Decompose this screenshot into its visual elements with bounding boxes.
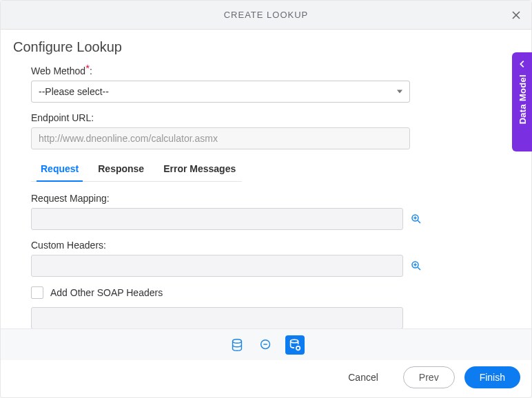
svg-point-10 xyxy=(233,339,242,343)
custom-headers-label: Custom Headers: xyxy=(31,240,501,251)
zoom-icon[interactable] xyxy=(410,260,422,272)
request-panel: Request Mapping: Custom Headers: xyxy=(31,193,501,328)
tabs: Request Response Error Messages xyxy=(31,159,242,182)
svg-point-13 xyxy=(291,339,298,343)
dialog-body: Configure Lookup Web Method*: --Please s… xyxy=(1,30,531,328)
section-title: Configure Lookup xyxy=(13,39,519,55)
web-method-colon: : xyxy=(90,65,92,76)
svg-point-14 xyxy=(296,346,300,350)
data-model-drawer-toggle[interactable]: Data Model xyxy=(512,52,532,151)
data-model-label: Data Model xyxy=(518,74,528,124)
cancel-button[interactable]: Cancel xyxy=(333,366,393,388)
endpoint-url-label: Endpoint URL: xyxy=(31,112,501,123)
chevron-left-icon xyxy=(518,59,527,69)
close-button[interactable] xyxy=(507,6,526,25)
finish-button[interactable]: Finish xyxy=(464,366,520,388)
web-method-select[interactable]: --Please select-- xyxy=(31,81,410,103)
tab-error-messages[interactable]: Error Messages xyxy=(163,159,236,181)
svg-line-3 xyxy=(418,220,420,223)
endpoint-url-value: http://www.dneonline.com/calculator.asmx xyxy=(39,133,218,144)
soap-headers-input[interactable] xyxy=(31,307,403,328)
chevron-down-icon xyxy=(397,90,402,94)
step-configure-icon[interactable] xyxy=(285,335,305,355)
custom-headers-input[interactable] xyxy=(31,255,403,277)
form-area: Web Method*: --Please select-- Endpoint … xyxy=(13,65,519,328)
footer: Cancel Prev Finish xyxy=(1,360,531,397)
steps-bar xyxy=(1,328,531,360)
step-lookup-icon[interactable] xyxy=(256,335,276,355)
dialog-title: CREATE LOOKUP xyxy=(224,10,309,20)
request-mapping-input[interactable] xyxy=(31,208,403,230)
svg-line-7 xyxy=(418,267,420,270)
configure-lookup-dialog: CREATE LOOKUP Configure Lookup Web Metho… xyxy=(0,0,532,398)
titlebar: CREATE LOOKUP xyxy=(1,1,531,30)
web-method-label-text: Web Method xyxy=(31,65,85,76)
web-method-label: Web Method*: xyxy=(31,65,501,76)
add-soap-headers-checkbox[interactable] xyxy=(31,286,43,299)
required-asterisk: * xyxy=(85,62,90,74)
close-icon xyxy=(511,10,522,21)
tab-response[interactable]: Response xyxy=(98,159,144,181)
prev-button[interactable]: Prev xyxy=(403,366,455,388)
zoom-icon[interactable] xyxy=(410,213,422,225)
tab-request[interactable]: Request xyxy=(41,159,79,181)
add-soap-headers-label: Add Other SOAP Headers xyxy=(50,287,163,298)
endpoint-url-input[interactable]: http://www.dneonline.com/calculator.asmx xyxy=(31,127,410,149)
web-method-selected-value: --Please select-- xyxy=(39,86,109,97)
request-mapping-label: Request Mapping: xyxy=(31,193,501,204)
step-database-icon[interactable] xyxy=(227,335,247,355)
